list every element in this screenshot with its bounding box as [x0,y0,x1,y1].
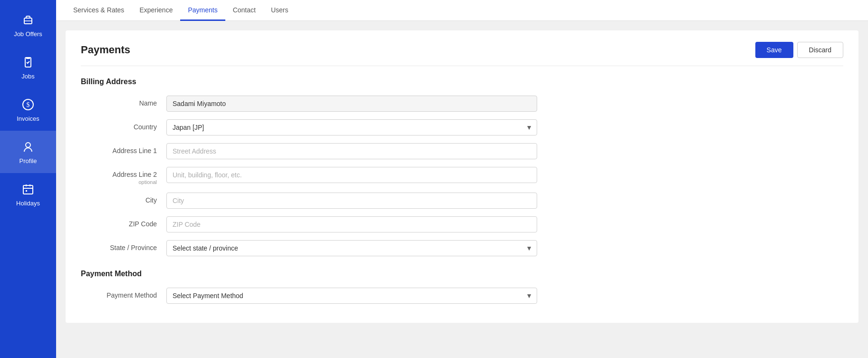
tab-services[interactable]: Services & Rates [66,0,132,21]
city-row: City [81,193,843,209]
briefcase-icon [20,12,36,28]
sidebar-item-job-offers-label: Job Offers [14,30,42,38]
sidebar-item-profile-label: Profile [19,157,37,164]
content-area: Payments Save Discard Billing Address Na… [56,21,868,358]
address1-label: Address Line 1 [81,143,166,155]
zip-label: ZIP Code [81,216,166,228]
state-select-wrapper: Select state / province ▼ [166,240,537,256]
address2-label: Address Line 2 optional [81,167,166,185]
svg-point-5 [26,143,30,147]
zip-control [166,216,537,232]
checkclip-icon [20,55,36,70]
country-label: Country [81,119,166,131]
sidebar-item-holidays[interactable]: Holidays [0,173,56,215]
tab-experience[interactable]: Experience [132,0,180,21]
person-icon [20,139,36,155]
tab-contact[interactable]: Contact [225,0,263,21]
calendar-icon [20,182,36,197]
billing-address-title: Billing Address [81,77,843,86]
payment-method-select-wrapper: Select Payment Method ▼ [166,288,537,304]
country-row: Country Japan [JP] ▼ [81,119,843,135]
sidebar-item-profile[interactable]: Profile [0,131,56,173]
billing-address-section: Billing Address Name Country Japan [JP] [81,77,843,256]
name-row: Name [81,96,843,112]
header-buttons: Save Discard [755,42,843,58]
sidebar-item-jobs-label: Jobs [21,73,34,80]
payment-method-select[interactable]: Select Payment Method [166,288,537,304]
city-input[interactable] [166,193,537,209]
page-header: Payments Save Discard [81,42,843,66]
sidebar-item-jobs[interactable]: Jobs [0,46,56,88]
sidebar-item-invoices[interactable]: $ Invoices [0,88,56,131]
tab-users[interactable]: Users [263,0,296,21]
payment-method-row: Payment Method Select Payment Method ▼ [81,288,843,304]
svg-rect-10 [26,190,27,192]
zip-input[interactable] [166,216,537,232]
name-control [166,96,537,112]
state-row: State / Province Select state / province… [81,240,843,256]
save-button[interactable]: Save [755,42,793,58]
tab-payments[interactable]: Payments [180,0,225,21]
sidebar: Job Offers Jobs $ Invoices Profile [0,0,56,358]
state-select[interactable]: Select state / province [166,240,537,256]
address2-input[interactable] [166,167,537,183]
payment-method-section: Payment Method Payment Method Select Pay… [81,270,843,304]
discard-button[interactable]: Discard [797,42,843,58]
state-control: Select state / province ▼ [166,240,537,256]
country-control: Japan [JP] ▼ [166,119,537,135]
state-label: State / Province [81,240,166,252]
page-title: Payments [81,44,130,56]
address2-row: Address Line 2 optional [81,167,843,185]
sidebar-item-invoices-label: Invoices [17,115,39,122]
name-label: Name [81,96,166,107]
top-nav: Services & Rates Experience Payments Con… [56,0,868,21]
name-input[interactable] [166,96,537,112]
sidebar-item-job-offers[interactable]: Job Offers [0,4,56,46]
payment-method-label: Payment Method [81,288,166,299]
country-select-wrapper: Japan [JP] ▼ [166,119,537,135]
address1-row: Address Line 1 [81,143,843,159]
zip-row: ZIP Code [81,216,843,232]
payment-method-control: Select Payment Method ▼ [166,288,537,304]
svg-text:$: $ [27,101,30,108]
sidebar-item-holidays-label: Holidays [16,200,40,207]
address1-control [166,143,537,159]
page-card: Payments Save Discard Billing Address Na… [66,30,858,323]
payment-method-title: Payment Method [81,270,843,278]
city-control [166,193,537,209]
city-label: City [81,193,166,204]
dollar-icon: $ [20,97,36,112]
main-content: Services & Rates Experience Payments Con… [56,0,868,358]
address1-input[interactable] [166,143,537,159]
country-select[interactable]: Japan [JP] [166,119,537,135]
address2-control [166,167,537,183]
svg-rect-6 [23,185,33,194]
